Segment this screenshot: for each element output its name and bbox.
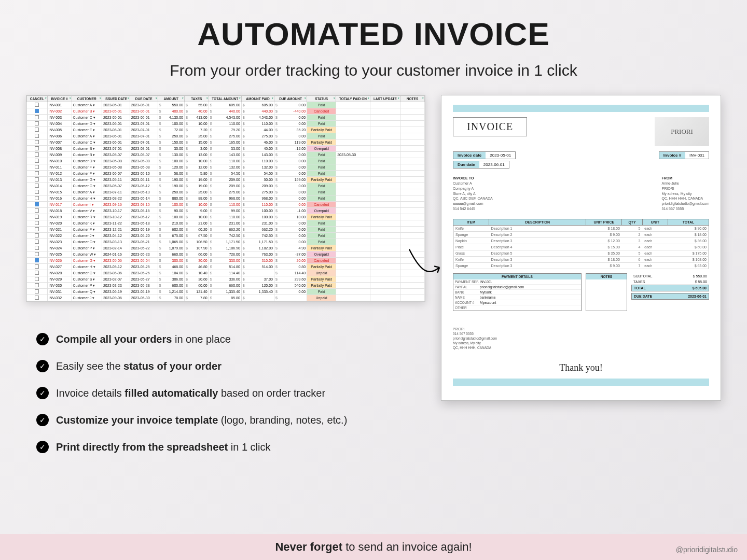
footer-banner: Never forget to send an invoice again! <box>0 534 747 560</box>
feature-bullet: ✓Print directly from the spreadsheet in … <box>36 441 425 453</box>
check-icon: ✓ <box>36 441 49 453</box>
page-title: AUTOMATED INVOICE <box>0 0 747 52</box>
invoice-accent-bar-bottom <box>453 379 709 386</box>
payment-details: PAYMENT DETAILS PAYMENT REF.INV-001PAYPA… <box>453 273 582 311</box>
invoice-date-field: Invoice date2023-05-01 <box>453 151 516 159</box>
logo-placeholder: PRIORI <box>655 117 709 146</box>
invoice-from-block: FROMAnne-JuliePRIORIMy adress, My cityQC… <box>661 176 709 212</box>
invoice-notes: NOTES <box>586 273 627 311</box>
check-icon: ✓ <box>36 360 49 372</box>
invoice-title: INVOICE <box>453 117 527 136</box>
invoice-number-field: Invoice #INV-001 <box>659 151 709 159</box>
feature-bullet: ✓ Invoice details filled automatically b… <box>36 387 425 399</box>
invoice-line-items: ITEMDESCRIPTIONUNIT PRICEQTYUNITTOTALKni… <box>453 219 709 269</box>
check-icon: ✓ <box>36 333 49 345</box>
due-date-field: Due date2023-06-01 <box>453 161 509 169</box>
feature-bullet: ✓Customize your invoice template (logo, … <box>36 414 425 426</box>
feature-bullet: ✓Compile all your orders in one place <box>36 333 425 345</box>
invoice-preview: INVOICE PRIORI Invoice date2023-05-01 Du… <box>441 95 721 401</box>
order-tracker-spreadsheet: CANCEL▾INVOICE #▾CUSTOMER▾ISSUED DATE▾DU… <box>26 95 425 302</box>
invoice-accent-bar <box>453 105 709 112</box>
check-icon: ✓ <box>36 414 49 426</box>
invoice-to-block: INVOICE TOCustomer ACompagny AStore A, c… <box>453 176 493 212</box>
feature-bullet: ✓ Easily see the status of your order <box>36 360 425 372</box>
check-icon: ✓ <box>36 387 49 399</box>
arrow-icon <box>405 245 446 282</box>
page-subtitle: From your order tracking to your custome… <box>0 62 747 79</box>
invoice-thank-you: Thank you! <box>453 362 709 373</box>
invoice-totals: SUBTOTAL$ 550.00 TAXES$ 55.00 TOTAL$ 605… <box>631 273 709 311</box>
feature-bullets: ✓Compile all your orders in one place✓ E… <box>26 333 425 453</box>
credit-handle: @prioridigitalstudio <box>676 545 738 554</box>
invoice-footer-contact: PRIORI514 567 5555prioridigitalstudio@gm… <box>453 327 709 350</box>
